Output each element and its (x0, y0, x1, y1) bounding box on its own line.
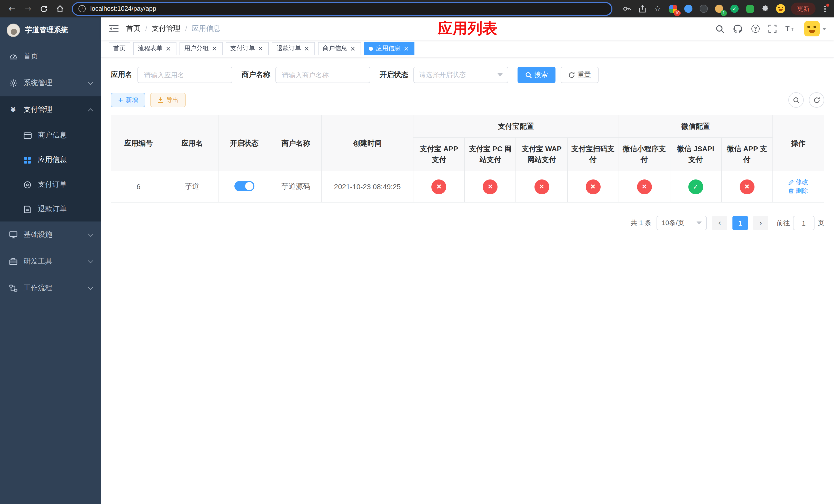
add-button[interactable]: 新增 (111, 93, 145, 107)
edit-link[interactable]: 修改 (789, 178, 808, 187)
sidebar-item-home[interactable]: 首页 (0, 43, 101, 70)
chevron-down-icon (498, 73, 503, 76)
profile-avatar-icon[interactable] (775, 4, 786, 14)
active-dot (369, 46, 373, 50)
workflow-icon (9, 284, 18, 292)
chevron-up-icon (88, 108, 93, 113)
browser-reload-icon[interactable] (37, 2, 51, 16)
sidebar-item-dev-tools[interactable]: 研发工具 (0, 248, 101, 275)
chevron-down-icon (822, 27, 826, 30)
breadcrumb-home[interactable]: 首页 (126, 24, 140, 33)
page-1-button[interactable]: 1 (732, 216, 748, 230)
browser-home-icon[interactable] (53, 2, 67, 16)
tab-payment-orders[interactable]: 支付订单 (226, 42, 269, 55)
extension-drop-icon[interactable] (683, 4, 694, 14)
github-icon[interactable] (733, 24, 743, 33)
group-alipay-config: 支付宝配置 (413, 115, 619, 138)
breadcrumb: 首页 支付管理 应用信息 (126, 24, 221, 33)
export-button[interactable]: 导出 (150, 93, 186, 107)
reset-button[interactable]: 重置 (561, 67, 598, 83)
pagination: 共 1 条 10条/页 1 前往 页 (111, 216, 824, 230)
status-label: 开启状态 (379, 70, 408, 79)
yen-icon (9, 106, 18, 114)
merchant-name-input[interactable] (276, 67, 370, 83)
tab-home[interactable]: 首页 (109, 42, 130, 55)
user-menu[interactable] (804, 21, 826, 37)
status-select[interactable]: 请选择开启状态 (413, 67, 508, 83)
col-app-name: 应用名 (166, 115, 218, 171)
tab-close-icon[interactable] (164, 45, 172, 52)
tab-process-form[interactable]: 流程表单 (133, 42, 176, 55)
sidebar-item-app-info[interactable]: 应用信息 (0, 148, 101, 172)
breadcrumb-payment[interactable]: 支付管理 (152, 24, 180, 33)
fullscreen-icon[interactable] (768, 25, 776, 33)
card-icon (23, 132, 32, 139)
grid-icon (23, 156, 32, 164)
chrome-update-button[interactable]: 更新 (791, 3, 815, 15)
toolbox-icon (9, 258, 18, 265)
extension-dark-icon[interactable] (699, 4, 709, 14)
app-name-input[interactable] (137, 67, 232, 83)
group-wechat-config: 微信配置 (619, 115, 772, 138)
svg-text:T: T (791, 27, 794, 32)
help-icon[interactable] (751, 25, 760, 33)
logo-avatar (7, 24, 20, 37)
app-name-label: 应用名 (111, 70, 132, 79)
page-content: 应用名 商户名称 开启状态 请选择开启状态 搜索 重置 (101, 58, 834, 504)
site-info-icon[interactable] (79, 5, 86, 12)
sidebar-item-workflow[interactable]: 工作流程 (0, 275, 101, 301)
tab-user-group[interactable]: 用户分组 (179, 42, 223, 55)
sidebar-group-payment: 支付管理 商户信息 应用信息 (0, 96, 101, 222)
bookmark-star-icon[interactable] (653, 4, 663, 14)
sidebar-item-payment[interactable]: 支付管理 (0, 96, 101, 123)
extension-avatar-icon[interactable]: 1 (714, 4, 724, 14)
document-icon (23, 205, 32, 213)
sidebar-item-payment-orders[interactable]: 支付订单 (0, 172, 101, 197)
browser-back-icon[interactable] (5, 2, 19, 16)
tab-merchant-info[interactable]: 商户信息 (318, 42, 361, 55)
font-size-icon[interactable]: TT (785, 25, 795, 33)
extension-puzzle-icon[interactable] (760, 4, 770, 14)
sidebar-item-refund-orders[interactable]: 退款订单 (0, 197, 101, 222)
tab-app-info[interactable]: 应用信息 (364, 42, 414, 55)
goto-page-input[interactable] (793, 216, 814, 230)
browser-forward-icon[interactable] (21, 2, 35, 16)
payment-submenu: 商户信息 应用信息 支付订单 (0, 123, 101, 222)
sidebar-item-system[interactable]: 系统管理 (0, 70, 101, 96)
tab-close-icon[interactable] (211, 45, 218, 52)
browser-actions: 10 1 更新 (622, 3, 829, 15)
page-size-select[interactable]: 10条/页 (657, 216, 707, 230)
password-key-icon[interactable] (622, 4, 632, 14)
tab-refund-orders[interactable]: 退款订单 (272, 42, 315, 55)
sidebar-item-merchant-info[interactable]: 商户信息 (0, 123, 101, 148)
col-app-id: 应用编号 (111, 115, 166, 171)
tab-close-icon[interactable] (303, 45, 310, 52)
tab-close-icon[interactable] (349, 45, 356, 52)
chevron-down-icon (88, 80, 93, 85)
extension-check-icon[interactable] (729, 4, 740, 14)
wx-lite-status-icon (637, 179, 652, 194)
merchant-name-label: 商户名称 (242, 70, 270, 79)
search-icon[interactable] (716, 24, 724, 33)
sidebar-collapse-icon[interactable] (109, 25, 119, 33)
delete-link[interactable]: 删除 (789, 187, 808, 196)
col-created: 创建时间 (322, 115, 413, 171)
tab-close-icon[interactable] (257, 45, 264, 52)
cell-created: 2021-10-23 08:49:25 (322, 171, 413, 202)
address-bar[interactable]: localhost:1024/pay/app (72, 2, 612, 16)
prev-page-button[interactable] (712, 216, 727, 230)
table-row: 6 芋道 芋道源码 2021-10-23 08:49:25 (111, 171, 824, 202)
extension-chat-icon[interactable] (745, 4, 755, 14)
sidebar-item-infrastructure[interactable]: 基础设施 (0, 222, 101, 248)
status-toggle[interactable] (234, 181, 254, 191)
extension-grid-icon[interactable]: 10 (668, 4, 678, 14)
toggle-search-button[interactable] (788, 92, 804, 108)
tab-close-icon[interactable] (403, 45, 410, 52)
browser-menu-icon[interactable] (821, 4, 829, 14)
col-alipay-pc: 支付宝 PC 网站支付 (465, 138, 516, 171)
search-button[interactable]: 搜索 (518, 67, 555, 83)
share-icon[interactable] (637, 4, 647, 14)
refresh-button[interactable] (809, 92, 824, 108)
wx-jsapi-status-icon (688, 179, 703, 194)
next-page-button[interactable] (753, 216, 768, 230)
